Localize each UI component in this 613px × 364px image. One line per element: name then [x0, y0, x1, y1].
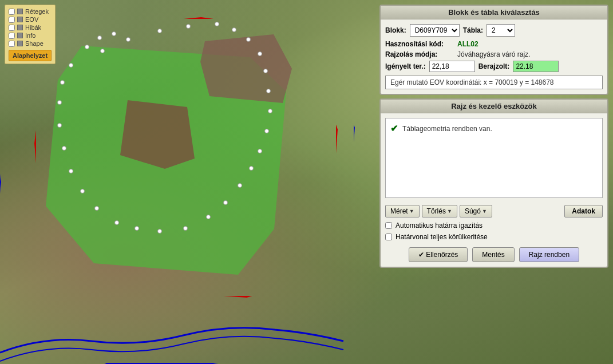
- vertex-dot[interactable]: [263, 69, 268, 73]
- layer-shape-label: Shape: [25, 40, 43, 47]
- ellenorzes-button[interactable]: ✔ Ellenőrzés: [409, 247, 468, 262]
- layer-retegek-checkbox[interactable]: [9, 9, 15, 15]
- hatarvonal-row: Határvonal teljes körülkeritése: [381, 231, 607, 243]
- meret-arrow-icon: ▼: [409, 208, 414, 214]
- vertex-dot[interactable]: [268, 109, 272, 113]
- layer-hibak-checkbox[interactable]: [9, 25, 15, 31]
- alaphelyzet-button[interactable]: Alaphelyzet: [9, 50, 52, 61]
- layer-hibak[interactable]: Hibák: [9, 23, 52, 31]
- layer-hibak-color: [17, 25, 23, 30]
- vertex-dot[interactable]: [60, 80, 65, 85]
- vertex-dot[interactable]: [232, 27, 236, 32]
- vertex-dot[interactable]: [264, 129, 269, 133]
- tabla-label: Tábla:: [463, 26, 483, 34]
- vertex-dot[interactable]: [126, 37, 130, 42]
- vertex-dot[interactable]: [100, 49, 105, 53]
- layer-info[interactable]: Info: [9, 31, 52, 39]
- blokk-label: Blokk:: [385, 26, 406, 34]
- layer-info-label: Info: [25, 32, 35, 39]
- layer-eov[interactable]: EOV: [9, 15, 52, 23]
- river-svg: [0, 278, 355, 364]
- action-row: ✔ Ellenőrzés Mentés Rajz rendben: [381, 243, 607, 267]
- layer-eov-label: EOV: [25, 16, 38, 23]
- coords-text: Egér mutató EOV koordinátái: x = 700019 …: [390, 78, 554, 86]
- vertex-dot[interactable]: [114, 220, 119, 225]
- sugo-button[interactable]: Súgó ▼: [460, 205, 492, 217]
- vertex-dot[interactable]: [112, 31, 116, 36]
- layer-retegek-label: Rétegek: [25, 8, 49, 15]
- vertex-dot[interactable]: [249, 166, 254, 171]
- vertex-dot[interactable]: [258, 149, 262, 153]
- hasznositas-kod-value: ALL02: [457, 40, 478, 48]
- auto-hatar-row: Automatikus határra igazítás: [381, 220, 607, 231]
- vertex-dot[interactable]: [266, 89, 271, 93]
- message-text: Táblageometria rendben van.: [402, 125, 492, 133]
- vertex-dot[interactable]: [258, 52, 262, 56]
- vertex-dot[interactable]: [186, 24, 191, 29]
- torles-arrow-icon: ▼: [447, 208, 452, 214]
- layer-shape[interactable]: Shape: [9, 39, 52, 48]
- left-panel: Rétegek EOV Hibák Info Shape Alaphelyzet: [5, 5, 56, 64]
- vertex-dot[interactable]: [246, 37, 251, 42]
- sugo-arrow-icon: ▼: [482, 208, 487, 214]
- layer-info-checkbox[interactable]: [9, 33, 15, 39]
- rajz-rendben-button[interactable]: Rajz rendben: [519, 247, 579, 262]
- check-icon: ✔: [390, 123, 398, 134]
- igenyelt-ter-input[interactable]: [429, 61, 475, 72]
- layer-eov-color: [17, 17, 23, 22]
- berajzolt-input[interactable]: [513, 61, 559, 72]
- vertex-dot[interactable]: [135, 226, 139, 231]
- layer-hibak-label: Hibák: [25, 24, 41, 31]
- rajzolas-modja-label: Rajzolás módja:: [385, 50, 454, 58]
- tabla-select[interactable]: 2: [487, 24, 515, 37]
- layer-info-color: [17, 33, 23, 38]
- vertex-dot[interactable]: [97, 35, 102, 40]
- vertex-dot[interactable]: [57, 123, 62, 128]
- vertex-dot[interactable]: [157, 229, 162, 234]
- meret-button[interactable]: Méret ▼: [385, 205, 420, 217]
- toolbar-row: Méret ▼ Törlés ▼ Súgó ▼ Adatok: [381, 203, 607, 220]
- message-ok: ✔ Táblageometria rendben van.: [390, 123, 598, 134]
- vertex-dot[interactable]: [215, 22, 219, 26]
- blokk-panel-title: Blokk és tábla kiválasztás: [381, 6, 607, 19]
- blokk-select[interactable]: D609Y709: [410, 24, 460, 37]
- vertex-dot[interactable]: [238, 183, 242, 188]
- layer-retegek[interactable]: Rétegek: [9, 7, 52, 15]
- vertex-dot[interactable]: [80, 189, 85, 193]
- hatarvonal-checkbox[interactable]: [385, 234, 392, 240]
- berajzolt-label: Berajzolt:: [478, 62, 510, 70]
- vertex-dot[interactable]: [62, 146, 66, 151]
- rajz-panel-title: Rajz és kezelő eszközök: [381, 100, 607, 113]
- vertex-dot[interactable]: [94, 206, 99, 211]
- message-area: ✔ Táblageometria rendben van.: [385, 118, 603, 198]
- coords-box: Egér mutató EOV koordinátái: x = 700019 …: [385, 76, 603, 89]
- layer-shape-checkbox[interactable]: [9, 41, 15, 47]
- vertex-dot[interactable]: [69, 63, 73, 68]
- vertex-dot[interactable]: [206, 215, 211, 219]
- torles-button[interactable]: Törlés ▼: [422, 205, 457, 217]
- adatok-button[interactable]: Adatok: [564, 205, 603, 217]
- vertex-dot[interactable]: [69, 169, 73, 173]
- auto-hatar-label: Automatikus határra igazítás: [396, 221, 483, 230]
- blokk-panel: Blokk és tábla kiválasztás Blokk: D609Y7…: [379, 5, 608, 95]
- auto-hatar-checkbox[interactable]: [385, 222, 392, 229]
- layer-eov-checkbox[interactable]: [9, 17, 15, 23]
- rajz-panel: Rajz és kezelő eszközök ✔ Táblageometria…: [379, 98, 608, 268]
- right-panel: Blokk és tábla kiválasztás Blokk: D609Y7…: [379, 5, 608, 268]
- vertex-dot[interactable]: [57, 100, 62, 105]
- hasznositas-kod-label: Hasznosítási kód:: [385, 40, 454, 48]
- vertex-dot[interactable]: [183, 226, 188, 231]
- vertex-dot[interactable]: [85, 45, 89, 49]
- mentes-button[interactable]: Mentés: [472, 247, 514, 262]
- vertex-dot[interactable]: [157, 29, 162, 33]
- layer-retegek-color: [17, 9, 23, 14]
- vertex-dot[interactable]: [223, 200, 228, 205]
- layer-shape-color: [17, 41, 23, 46]
- hatarvonal-label: Határvonal teljes körülkeritése: [396, 233, 488, 241]
- igenyelt-ter-label: Igényelt ter.:: [385, 62, 426, 70]
- rajzolas-modja-value: Jóváhagyásra váró rajz.: [457, 50, 530, 58]
